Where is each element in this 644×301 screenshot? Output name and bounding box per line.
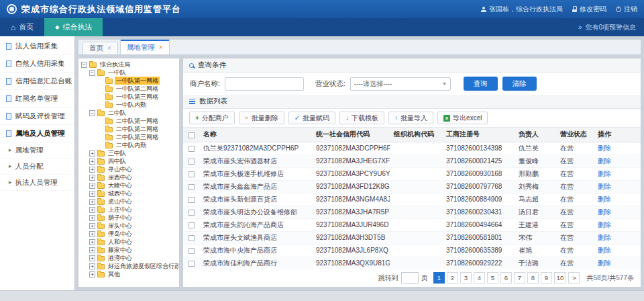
collapse-icon[interactable]: − (81, 62, 87, 68)
tree-node[interactable]: + 寻山中心 (79, 165, 178, 173)
clear-button[interactable]: 清除 (502, 77, 537, 91)
batch-delete-button[interactable]: − 批量删除 (239, 112, 284, 124)
change-password-link[interactable]: 修改密码 (572, 5, 606, 14)
page-button-6[interactable]: 6 (500, 272, 512, 284)
tree-node-label[interactable]: 一中队第二网格 (115, 85, 160, 93)
expand-icon[interactable]: + (89, 247, 95, 253)
tree-node[interactable]: + 港湾中心 (79, 254, 178, 262)
tree-node-label[interactable]: 一中队 (107, 69, 127, 77)
row-checkbox[interactable] (189, 146, 195, 152)
page-button-7[interactable]: 7 (514, 272, 525, 284)
row-checkbox[interactable] (189, 184, 195, 190)
export-excel-button[interactable]: x 导出excel (437, 112, 488, 124)
row-checkbox[interactable] (189, 171, 195, 177)
delete-link[interactable]: 删除 (598, 170, 611, 177)
sidebar-subitem[interactable]: ▸ 属地管理 (0, 142, 74, 159)
tree-node-label[interactable]: 城西中心 (107, 189, 133, 198)
tree-node[interactable]: + 俚岛中心 (79, 230, 178, 238)
tree-node[interactable]: + 荫子中心 (79, 214, 178, 222)
sidebar-item[interactable]: 自然人信用采集 (0, 55, 74, 73)
tree-node[interactable]: + 人和中心 (79, 238, 178, 246)
tree-node-label[interactable]: 二中队第二网格 (115, 125, 160, 133)
row-checkbox[interactable] (189, 210, 195, 216)
tree-node[interactable]: 二中队内勤 (79, 141, 178, 149)
page-button-5[interactable]: 5 (487, 272, 498, 284)
tree-node-label[interactable]: 崖头中心 (107, 222, 133, 230)
tree-node-label[interactable]: 崖西中心 (107, 173, 133, 181)
merchant-name-input[interactable] (225, 77, 304, 91)
tree-node-label[interactable]: 四中队 (107, 157, 127, 165)
delete-link[interactable]: 删除 (598, 234, 611, 241)
tree-node[interactable]: + 滕家中心 (79, 246, 178, 254)
tree-node[interactable]: 一中队内勤 (79, 101, 178, 109)
tree-node-label[interactable]: 好运角旅游度假区综合行政执法中心 (107, 262, 178, 270)
tree-node-label[interactable]: 港湾中心 (107, 254, 133, 262)
sidebar-item[interactable]: 红黑名单管理 (0, 90, 74, 108)
tree-node-label[interactable]: 其他 (107, 270, 121, 278)
tree-node-label[interactable]: 二中队第一网格 (115, 117, 160, 125)
expand-icon[interactable]: + (89, 159, 95, 165)
page-button-9[interactable]: 9 (541, 272, 552, 284)
tree-node[interactable]: + 上庄中心 (79, 206, 178, 214)
tree-node-label[interactable]: 荫子中心 (107, 214, 133, 222)
tree-node[interactable]: + 城西中心 (79, 189, 178, 198)
tree-node[interactable]: 二中队第一网格 (79, 117, 178, 125)
tree-node[interactable]: 二中队第二网格 (79, 125, 178, 133)
tree-node[interactable]: − 综合执法局 (79, 60, 178, 69)
download-template-button[interactable]: ↓ 下载模板 (339, 112, 384, 124)
expand-icon[interactable]: + (89, 207, 95, 213)
tree-node[interactable]: + 其他 (79, 270, 178, 278)
delete-link[interactable]: 删除 (598, 157, 611, 165)
expand-icon[interactable]: + (89, 263, 95, 269)
page-button-10[interactable]: 10 (554, 272, 567, 284)
tree-node[interactable]: 一中队第二网格 (79, 85, 178, 93)
row-checkbox[interactable] (189, 248, 195, 254)
next-page-button[interactable]: > (568, 272, 580, 284)
expand-icon[interactable]: + (89, 199, 95, 205)
tree-node-label[interactable]: 一中队第一网格 (115, 77, 160, 85)
tree-node[interactable]: + 好运角旅游度假区综合行政执法中心 (79, 262, 178, 270)
expand-icon[interactable]: + (89, 231, 95, 237)
tab[interactable]: 首页 × (83, 42, 118, 54)
business-status-select[interactable]: ----请选择---- ▼ (350, 77, 451, 91)
expand-icon[interactable]: + (89, 167, 95, 173)
expand-icon[interactable]: + (89, 239, 95, 245)
user-info[interactable]: 张国栋，综合行政执法局 (481, 5, 563, 14)
row-checkbox[interactable] (189, 159, 195, 165)
tree-node[interactable]: − 一中队 (79, 69, 178, 77)
tree-node[interactable]: + 三中队 (79, 149, 178, 157)
tree-node[interactable]: + 崖西中心 (79, 173, 178, 181)
tree-node-label[interactable]: 人和中心 (107, 238, 133, 246)
row-checkbox[interactable] (189, 261, 195, 267)
nav-comprehensive-enforcement[interactable]: ◆ 综合执法 (44, 18, 103, 36)
delete-link[interactable]: 删除 (598, 247, 611, 254)
close-icon[interactable]: × (107, 45, 111, 52)
tree-node-label[interactable]: 二中队 (107, 109, 127, 117)
batch-assign-code-button[interactable]: ✓ 批量赋码 (288, 112, 335, 124)
page-button-3[interactable]: 3 (460, 272, 472, 284)
page-button-8[interactable]: 8 (527, 272, 539, 284)
collapse-icon[interactable]: − (89, 70, 95, 76)
delete-link[interactable]: 删除 (598, 208, 611, 216)
sidebar-item[interactable]: 法人信用采集 (0, 38, 74, 55)
tree-node-label[interactable]: 一中队内勤 (115, 101, 148, 109)
page-button-1[interactable]: 1 (433, 272, 445, 284)
delete-link[interactable]: 删除 (598, 196, 611, 203)
tree-node-label[interactable]: 滕家中心 (107, 246, 133, 254)
tree-node-label[interactable]: 俚岛中心 (107, 230, 133, 238)
sidebar-subitem[interactable]: ▸ 执法人员管理 (0, 175, 74, 191)
assign-merchant-button[interactable]: + 分配商户 (189, 112, 235, 124)
tree-node-label[interactable]: 大疃中心 (107, 181, 133, 189)
tree-node-label[interactable]: 一中队第三网格 (115, 93, 160, 101)
tree-node[interactable]: + 虎山中心 (79, 198, 178, 206)
search-button[interactable]: 查询 (464, 77, 498, 91)
page-button-4[interactable]: 4 (474, 272, 485, 284)
sidebar-item[interactable]: 赋码及评价管理 (0, 108, 74, 125)
collapse-icon[interactable]: − (89, 110, 95, 116)
delete-link[interactable]: 删除 (598, 183, 611, 190)
expand-icon[interactable]: + (89, 255, 95, 261)
delete-link[interactable]: 删除 (598, 221, 611, 228)
tree-node-label[interactable]: 二中队内勤 (115, 141, 148, 149)
row-checkbox[interactable] (189, 235, 195, 241)
page-button-2[interactable]: 2 (447, 272, 458, 284)
